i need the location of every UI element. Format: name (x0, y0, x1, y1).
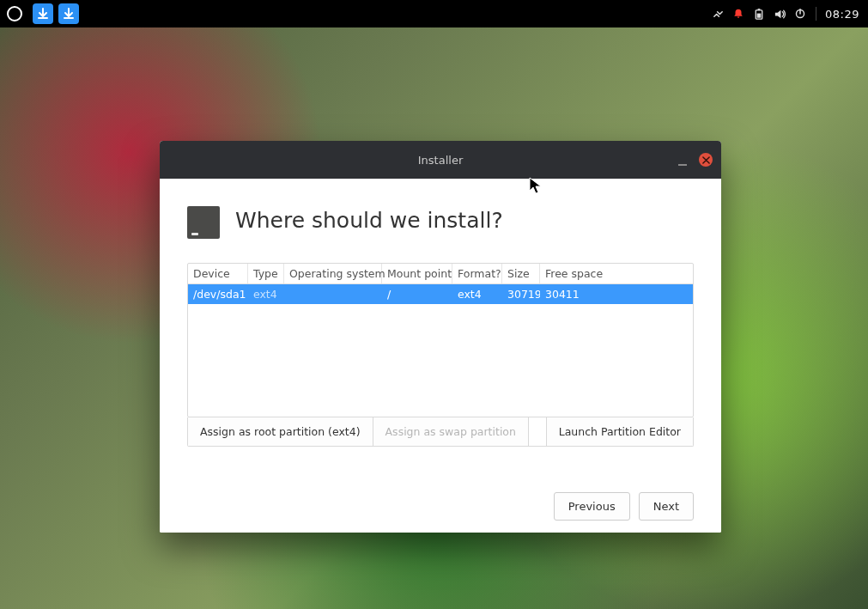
partition-table[interactable]: Device Type Operating system Mount point… (187, 263, 694, 417)
taskbar-app-installer-1[interactable] (33, 3, 53, 24)
svg-rect-1 (758, 9, 761, 10)
col-os[interactable]: Operating system (284, 264, 382, 283)
cell-os (284, 293, 382, 296)
cell-type: ext4 (248, 286, 284, 302)
cell-free: 30411 (540, 286, 693, 302)
col-type[interactable]: Type (248, 264, 284, 283)
svg-rect-2 (757, 13, 762, 17)
volume-icon[interactable] (773, 7, 786, 21)
show-desktop-button[interactable] (7, 6, 22, 21)
notification-bell-icon[interactable] (731, 7, 745, 21)
cell-mount: / (382, 286, 452, 302)
drive-icon (187, 201, 220, 239)
window-content: Where should we install? Device Type Ope… (160, 179, 721, 533)
panel-clock[interactable]: 08:29 (825, 8, 859, 21)
window-title: Installer (160, 154, 721, 167)
col-size[interactable]: Size (502, 264, 540, 283)
window-titlebar[interactable]: Installer (160, 141, 721, 179)
network-icon[interactable] (711, 7, 725, 21)
col-device[interactable]: Device (188, 264, 248, 283)
table-header: Device Type Operating system Mount point… (188, 264, 693, 284)
page-heading: Where should we install? (235, 208, 503, 233)
download-arrow-icon (63, 8, 75, 20)
window-minimize-button[interactable] (677, 154, 689, 166)
download-arrow-icon (37, 8, 49, 20)
window-close-button[interactable] (699, 153, 713, 167)
col-free[interactable]: Free space (540, 264, 693, 283)
assign-swap-button: Assign as swap partition (373, 417, 529, 446)
cell-device: /dev/sda1 (188, 286, 248, 302)
col-format[interactable]: Format? (452, 264, 502, 283)
table-row[interactable]: /dev/sda1 ext4 / ext4 30719 30411 (188, 284, 693, 304)
cell-size: 30719 (502, 286, 540, 302)
installer-window: Installer Where should we install? Devic… (160, 141, 721, 533)
cell-format: ext4 (452, 286, 502, 302)
power-icon[interactable] (793, 7, 807, 21)
next-button[interactable]: Next (639, 492, 694, 521)
previous-button[interactable]: Previous (554, 492, 630, 521)
taskbar-app-installer-2[interactable] (58, 3, 79, 24)
launch-partition-editor-button[interactable]: Launch Partition Editor (547, 417, 693, 446)
battery-icon[interactable] (752, 7, 766, 21)
desktop-panel: 08:29 (0, 0, 868, 27)
panel-separator (816, 7, 816, 21)
partition-toolbar: Assign as root partition (ext4) Assign a… (187, 417, 694, 447)
close-icon (702, 156, 710, 164)
toolbar-spacer (529, 417, 547, 446)
wizard-footer: Previous Next (187, 475, 694, 521)
assign-root-button[interactable]: Assign as root partition (ext4) (188, 417, 373, 446)
col-mount[interactable]: Mount point (382, 264, 452, 283)
